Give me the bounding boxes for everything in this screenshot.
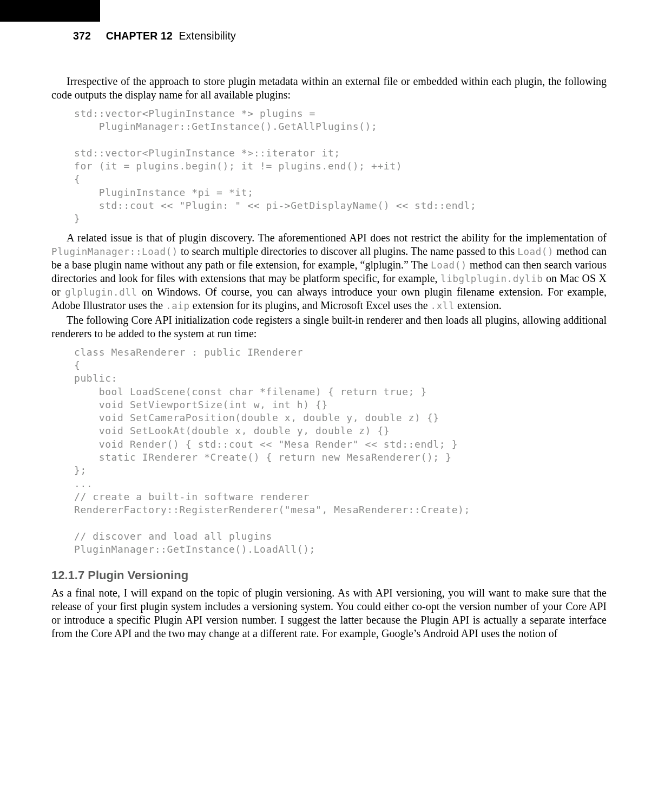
inline-code: .aip [166,300,190,311]
inline-code: PluginManager::Load() [51,246,178,257]
paragraph-init: The following Core API initialization co… [51,313,607,340]
inline-code: libglplugin.dylib [440,273,543,284]
section-heading: 12.1.7 Plugin Versioning [51,568,607,583]
running-head: 372 CHAPTER 12 Extensibility [73,30,236,42]
paragraph-discovery: A related issue is that of plugin discov… [51,231,607,312]
text-run: extension for its plugins, and Microsoft… [190,299,431,311]
inline-code: glplugin.dll [65,287,137,298]
text-run: to search multiple directories to discov… [178,245,517,257]
header-band [0,0,100,22]
inline-code: Load() [431,260,467,271]
text-run: extension. [455,299,502,311]
page-number: 372 [73,30,91,42]
content-area: Irrespective of the approach to store pl… [51,75,607,641]
code-block-mesa-renderer: class MesaRenderer : public IRenderer { … [74,346,607,556]
inline-code: .xll [431,300,455,311]
page: 372 CHAPTER 12 Extensibility Irrespectiv… [0,0,658,812]
chapter-title: Extensibility [176,30,236,42]
paragraph-intro: Irrespective of the approach to store pl… [51,75,607,102]
chapter-title-text: Extensibility [179,30,236,42]
paragraph-versioning: As a final note, I will expand on the to… [51,586,607,640]
inline-code: Load() [517,246,554,257]
code-block-plugin-list: std::vector<PluginInstance *> plugins = … [74,107,607,226]
text-run: A related issue is that of plugin discov… [67,232,607,244]
chapter-label: CHAPTER 12 [106,30,173,42]
